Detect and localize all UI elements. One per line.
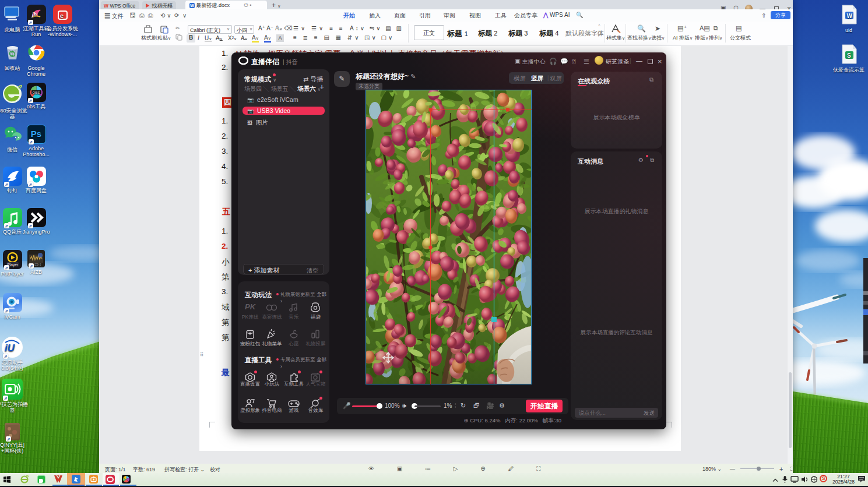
svg-text:W: W <box>847 13 853 19</box>
svg-text:OBS: OBS <box>32 91 40 94</box>
svg-text:jh: jh <box>31 12 37 17</box>
svg-text:e: e <box>60 12 64 19</box>
svg-text:iU: iU <box>5 343 15 354</box>
svg-text:S: S <box>847 52 851 59</box>
